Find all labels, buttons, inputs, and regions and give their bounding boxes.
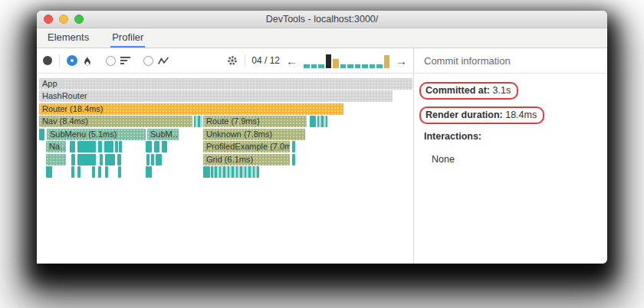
flame-bar[interactable] xyxy=(149,166,152,178)
commit-info-title: Commit information xyxy=(424,55,511,67)
flame-bar[interactable] xyxy=(194,116,202,127)
commit-navigation: 04 / 12 ← → xyxy=(226,53,407,68)
flame-bar[interactable] xyxy=(203,166,210,178)
interactions-radio[interactable] xyxy=(143,56,153,66)
minichart-bar[interactable] xyxy=(384,55,390,68)
minichart-bar[interactable] xyxy=(304,64,310,68)
minichart-bar[interactable] xyxy=(347,64,353,68)
committed-at-row: Committed at: 3.1s xyxy=(424,82,597,100)
flame-bar[interactable]: Router (18.4ms) xyxy=(39,103,343,115)
minichart-bar[interactable] xyxy=(311,64,317,68)
commit-info-header: Commit information xyxy=(414,48,607,74)
traffic-lights xyxy=(44,15,84,24)
flame-bar[interactable]: Unknown (7.8ms) xyxy=(203,129,305,140)
flame-bar[interactable]: ProfiledExample (7.0ms) xyxy=(203,141,290,152)
tab-profiler[interactable]: Profiler xyxy=(110,28,145,48)
flame-bar[interactable] xyxy=(146,154,150,165)
flame-bar[interactable] xyxy=(92,166,95,178)
titlebar[interactable]: DevTools - localhost:3000/ xyxy=(37,11,607,28)
zoom-button[interactable] xyxy=(74,15,84,24)
flame-bar[interactable] xyxy=(46,166,52,178)
flame-bar[interactable]: SubM… xyxy=(147,129,179,140)
flame-bar[interactable] xyxy=(77,154,96,165)
interactions-icon xyxy=(158,56,169,66)
flame-bar[interactable] xyxy=(104,141,113,152)
render-duration-value: 18.4ms xyxy=(503,110,537,120)
flame-bar[interactable]: SubMenu (5.1ms) xyxy=(47,129,146,140)
flame-bar[interactable] xyxy=(98,141,102,152)
flamegraph-radio[interactable] xyxy=(67,55,77,66)
profiler-toolbar: 04 / 12 ← → xyxy=(37,48,413,74)
gear-icon[interactable] xyxy=(226,54,238,67)
flame-bar[interactable] xyxy=(105,166,108,178)
flame-bar[interactable]: Na… xyxy=(46,141,66,152)
profiler-pane: 04 / 12 ← → AppHashRouterRouter (18.4ms)… xyxy=(37,48,414,264)
ranked-radio[interactable] xyxy=(106,56,116,66)
minichart-bar[interactable] xyxy=(370,64,376,68)
flame-icon xyxy=(82,55,93,67)
minimize-button[interactable] xyxy=(59,15,68,24)
flame-bar[interactable]: App xyxy=(39,78,412,90)
flame-bar[interactable] xyxy=(100,154,103,165)
window-title: DevTools - localhost:3000/ xyxy=(266,14,379,25)
flamegraph-view-option[interactable] xyxy=(67,55,93,67)
committed-at-value: 3.1s xyxy=(490,85,511,96)
annotation-committed-at: Committed at: 3.1s xyxy=(419,82,518,100)
minichart-bar[interactable] xyxy=(376,64,383,68)
flame-bar[interactable] xyxy=(98,166,101,178)
minichart-bar[interactable] xyxy=(333,59,339,68)
flame-bar[interactable] xyxy=(317,116,327,127)
flame-bar[interactable] xyxy=(77,141,96,152)
devtools-window: DevTools - localhost:3000/ Elements Prof… xyxy=(37,11,607,264)
flame-bar[interactable] xyxy=(154,141,159,152)
flame-bar[interactable] xyxy=(71,154,75,165)
flame-bar[interactable]: Grid (6.1ms) xyxy=(203,154,290,165)
committed-at-label: Committed at: xyxy=(426,85,490,96)
tab-profiler-label: Profiler xyxy=(112,31,143,43)
flame-bar[interactable] xyxy=(46,154,66,165)
flame-bar[interactable]: Route (7.9ms) xyxy=(203,116,307,127)
next-commit-arrow[interactable]: → xyxy=(396,55,407,67)
tab-elements[interactable]: Elements xyxy=(46,28,90,48)
minichart-bar[interactable] xyxy=(326,54,332,68)
flamegraph: AppHashRouterRouter (18.4ms)Nav (8.4ms)R… xyxy=(37,74,413,264)
flame-bar[interactable] xyxy=(211,166,259,178)
tab-bar: Elements Profiler xyxy=(37,28,607,48)
main-split: 04 / 12 ← → AppHashRouterRouter (18.4ms)… xyxy=(37,48,607,264)
flame-bar[interactable] xyxy=(105,154,115,165)
flame-bar[interactable] xyxy=(119,141,122,152)
flame-bar[interactable] xyxy=(292,154,295,165)
flame-bar[interactable] xyxy=(162,141,167,152)
minichart-bar[interactable] xyxy=(362,64,368,68)
render-duration-row: Render duration: 18.4ms xyxy=(424,106,597,124)
render-duration-label: Render duration: xyxy=(426,110,503,120)
flame-bar[interactable]: HashRouter xyxy=(39,90,393,102)
close-button[interactable] xyxy=(44,15,53,24)
commit-info-body: Committed at: 3.1s Render duration: 18.4… xyxy=(414,74,607,173)
toolbar-divider-2 xyxy=(245,54,245,67)
ranked-view-option[interactable] xyxy=(106,56,130,66)
record-icon[interactable] xyxy=(43,56,52,65)
flame-bar[interactable] xyxy=(292,141,295,152)
flame-bar[interactable] xyxy=(156,154,162,165)
flame-bar[interactable] xyxy=(310,116,316,127)
flame-bar[interactable] xyxy=(77,166,80,178)
prev-commit-arrow[interactable]: ← xyxy=(286,55,297,67)
minichart-bar[interactable] xyxy=(355,64,361,68)
minichart-bar[interactable] xyxy=(340,64,347,68)
flame-bar[interactable] xyxy=(70,141,75,152)
commit-info-pane: Commit information Committed at: 3.1s Re… xyxy=(414,48,607,264)
flame-bar[interactable]: Nav (8.4ms) xyxy=(39,116,192,127)
flame-bar[interactable] xyxy=(115,141,118,152)
flame-bar[interactable] xyxy=(151,154,154,165)
flame-bar[interactable] xyxy=(39,129,44,140)
minichart-bar[interactable] xyxy=(318,64,324,68)
flame-bar[interactable] xyxy=(146,141,152,152)
flame-bar[interactable] xyxy=(117,154,121,165)
commit-minichart[interactable] xyxy=(304,53,389,68)
commit-count: 04 / 12 xyxy=(251,55,280,66)
flame-bar[interactable] xyxy=(118,166,121,178)
interactions-value: None xyxy=(432,154,597,165)
interactions-view-option[interactable] xyxy=(143,56,169,66)
flame-bar[interactable] xyxy=(71,166,74,178)
